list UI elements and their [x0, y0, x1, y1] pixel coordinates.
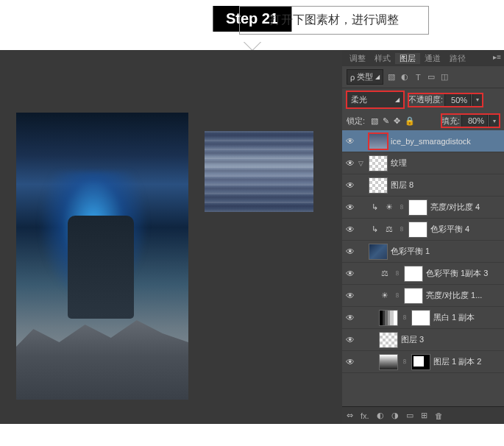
layer-name: 纹理 — [391, 157, 407, 169]
lock-icons: ▧ ✎ ✥ 🔒 — [371, 116, 415, 126]
mask-thumbnail[interactable] — [408, 222, 427, 238]
filter-smart-icon[interactable]: ◫ — [439, 72, 450, 82]
layer-name: 亮度/对比度 1... — [426, 290, 482, 301]
tab-styles[interactable]: 样式 — [370, 53, 395, 64]
lock-paint-icon[interactable]: ✎ — [383, 116, 389, 126]
layer-row[interactable]: 👁 ice_by_smaragdistock — [342, 130, 504, 152]
visibility-icon[interactable]: 👁 — [345, 224, 355, 235]
visibility-icon[interactable]: 👁 — [345, 335, 355, 345]
brightness-icon: ☀ — [379, 291, 391, 300]
layer-row[interactable]: 👁 ↳ ☀ 𝟾 亮度/对比度 4 — [342, 197, 504, 219]
link-icon: 𝟾 — [398, 225, 405, 233]
mask-icon[interactable]: ◐ — [377, 411, 384, 420]
layer-row[interactable]: 👁 𝟾 黑白 1 副本 — [342, 307, 504, 329]
layers-panel: 调整 样式 图层 通道 路径 ▸≡ ρ 类型 ◢ ▧ ◐ T ▭ ◫ 柔光◢ 不… — [342, 50, 504, 424]
layer-thumbnail[interactable] — [369, 155, 388, 171]
lock-transparent-icon[interactable]: ▧ — [371, 116, 378, 126]
filter-pixel-icon[interactable]: ▧ — [386, 72, 397, 82]
layer-row[interactable]: 👁 图层 3 — [342, 329, 504, 351]
filter-type-dropdown[interactable]: ρ 类型 ◢ — [347, 69, 383, 85]
group-icon[interactable]: ▭ — [406, 411, 414, 420]
mask-thumbnail[interactable] — [408, 199, 427, 216]
expand-icon[interactable]: ▽ — [358, 160, 366, 167]
panel-menu-icon[interactable]: ▸≡ — [493, 53, 501, 61]
layers-list: 👁 ice_by_smaragdistock 👁 ▽ 纹理 👁 图层 8 👁 — [342, 130, 504, 403]
new-layer-icon[interactable]: ⊞ — [421, 411, 427, 420]
layer-name: 色彩平衡 4 — [430, 224, 469, 235]
fill-value[interactable]: 80% — [461, 114, 488, 127]
clip-icon: ↳ — [369, 224, 380, 234]
layer-thumbnail[interactable] — [379, 354, 398, 370]
layer-name: 图层 8 — [391, 180, 414, 191]
tab-paths[interactable]: 路径 — [445, 53, 470, 64]
layer-thumbnail[interactable] — [369, 244, 388, 260]
pointer-icon — [244, 41, 261, 50]
link-icon: 𝟾 — [401, 358, 408, 366]
layer-name: ice_by_smaragdistock — [391, 137, 471, 146]
link-icon: 𝟾 — [401, 314, 408, 322]
canvas-area[interactable] — [0, 50, 342, 424]
photoshop-window: 调整 样式 图层 通道 路径 ▸≡ ρ 类型 ◢ ▧ ◐ T ▭ ◫ 柔光◢ 不… — [0, 50, 504, 424]
opacity-value[interactable]: 50% — [444, 93, 471, 107]
lock-all-icon[interactable]: 🔒 — [405, 116, 415, 126]
visibility-icon[interactable]: 👁 — [345, 158, 355, 169]
layer-thumbnail[interactable] — [369, 177, 388, 194]
fill-control[interactable]: 填充: 80% ▾ — [441, 114, 500, 127]
visibility-icon[interactable]: 👁 — [345, 202, 355, 213]
link-layers-icon[interactable]: ⇔ — [347, 411, 353, 420]
instruction-text: 打开下图素材，进行调整 — [239, 6, 429, 35]
link-icon: 𝟾 — [394, 269, 401, 277]
canvas-image-main[interactable] — [16, 113, 188, 400]
lock-position-icon[interactable]: ✥ — [394, 116, 400, 126]
fill-label: 填充: — [441, 116, 460, 127]
chevron-down-icon[interactable]: ▾ — [489, 114, 500, 127]
panel-tabs: 调整 样式 图层 通道 路径 ▸≡ — [342, 50, 504, 66]
balance-icon: ⚖ — [383, 224, 395, 234]
clip-icon: ↳ — [369, 202, 380, 212]
tab-layers[interactable]: 图层 — [395, 53, 420, 64]
layer-row[interactable]: 👁 𝟾 图层 1 副本 2 — [342, 351, 504, 373]
opacity-label: 不透明度: — [408, 94, 443, 105]
filter-adjust-icon[interactable]: ◐ — [400, 72, 410, 82]
lock-label: 锁定: — [347, 116, 365, 127]
visibility-icon[interactable]: 👁 — [345, 291, 355, 301]
tab-adjustments[interactable]: 调整 — [345, 53, 370, 64]
visibility-icon[interactable]: 👁 — [345, 180, 355, 191]
visibility-icon[interactable]: 👁 — [345, 313, 355, 323]
mask-thumbnail[interactable] — [404, 266, 423, 282]
opacity-control[interactable]: 不透明度: 50% ▾ — [408, 93, 483, 107]
chevron-down-icon[interactable]: ▾ — [472, 93, 483, 107]
adjust-thumbnail[interactable] — [379, 310, 398, 326]
mask-thumbnail[interactable] — [404, 288, 423, 304]
visibility-icon[interactable]: 👁 — [345, 136, 355, 146]
layer-row[interactable]: 👁 色彩平衡 1 — [342, 241, 504, 263]
layer-row[interactable]: 👁 ⚖ 𝟾 色彩平衡 1副本 3 — [342, 263, 504, 285]
mask-thumbnail[interactable] — [411, 354, 430, 370]
blend-opacity-row: 柔光◢ 不透明度: 50% ▾ — [342, 88, 504, 111]
layer-thumbnail[interactable] — [379, 332, 398, 348]
layer-row[interactable]: 👁 图层 8 — [342, 174, 504, 197]
filter-shape-icon[interactable]: ▭ — [426, 72, 436, 82]
tab-channels[interactable]: 通道 — [420, 53, 445, 64]
layer-name: 色彩平衡 1 — [391, 246, 430, 257]
brightness-icon: ☀ — [383, 202, 395, 212]
layer-row[interactable]: 👁 ↳ ⚖ 𝟾 色彩平衡 4 — [342, 219, 504, 241]
fx-icon[interactable]: fx. — [361, 411, 369, 420]
balance-icon: ⚖ — [379, 269, 391, 278]
layer-filter-row: ρ 类型 ◢ ▧ ◐ T ▭ ◫ — [342, 66, 504, 88]
layer-thumbnail[interactable] — [369, 133, 388, 149]
visibility-icon[interactable]: 👁 — [345, 357, 355, 367]
trash-icon[interactable]: 🗑 — [435, 411, 443, 420]
link-icon: 𝟾 — [394, 291, 401, 300]
mask-thumbnail[interactable] — [411, 310, 430, 326]
adjustment-icon[interactable]: ◑ — [391, 411, 399, 420]
canvas-image-material[interactable] — [205, 131, 313, 212]
filter-type-icon[interactable]: T — [413, 72, 423, 82]
visibility-icon[interactable]: 👁 — [345, 269, 355, 279]
layer-row[interactable]: 👁 ▽ 纹理 — [342, 152, 504, 174]
layer-name: 图层 3 — [401, 334, 424, 345]
visibility-icon[interactable]: 👁 — [345, 247, 355, 257]
layer-row[interactable]: 👁 ☀ 𝟾 亮度/对比度 1... — [342, 285, 504, 307]
layer-name: 亮度/对比度 4 — [430, 202, 480, 213]
blend-mode-dropdown[interactable]: 柔光◢ — [347, 91, 404, 108]
